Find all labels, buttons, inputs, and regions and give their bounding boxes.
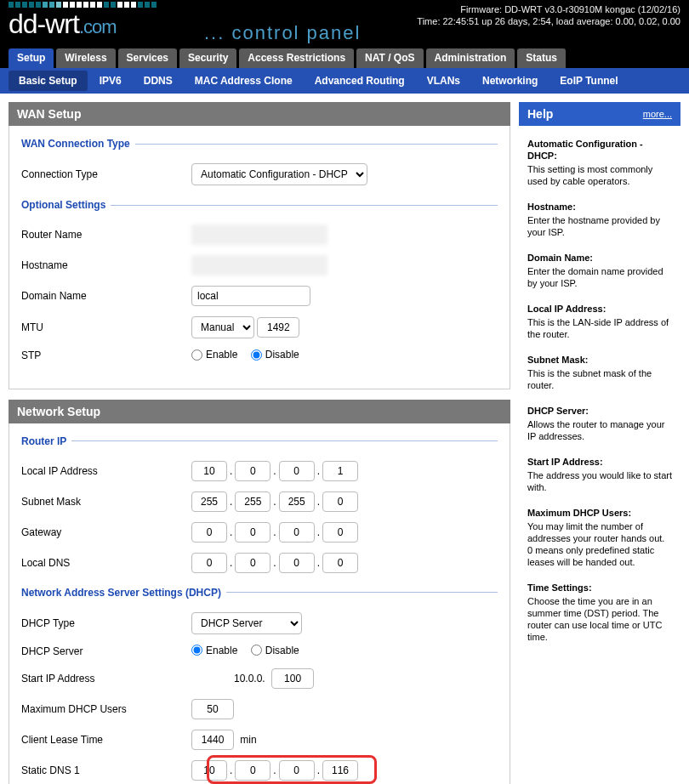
help-more-link[interactable]: more...	[643, 109, 672, 119]
start-ip-prefix: 10.0.0.	[234, 673, 265, 685]
main-tabs: SetupWirelessServicesSecurityAccess Rest…	[0, 48, 689, 68]
time-line: Time: 22:45:51 up 26 days, 2:54, load av…	[417, 15, 680, 27]
static-dns1-octet-1[interactable]	[191, 760, 227, 781]
local-ip-octet-1[interactable]	[191, 461, 227, 481]
tab-status[interactable]: Status	[517, 48, 566, 68]
local-dns-label: Local DNS	[21, 557, 191, 569]
dhcp-disable-radio[interactable]: Disable	[251, 645, 299, 656]
help-item: Maximum DHCP Users:You may limit the num…	[519, 502, 680, 577]
sub-tabs: Basic SetupIPV6DDNSMAC Address CloneAdva…	[0, 68, 689, 94]
hostname-value	[191, 255, 327, 276]
firmware-line: Firmware: DD-WRT v3.0-r30910M kongac (12…	[417, 3, 680, 15]
static-dns1-octet-3[interactable]	[279, 760, 315, 781]
page-header: dd-wrt.com ... control panel Firmware: D…	[0, 0, 689, 48]
help-item: Start IP Address:The address you would l…	[519, 451, 680, 502]
wan-conn-legend: WAN Connection Type	[21, 138, 135, 150]
header-status: Firmware: DD-WRT v3.0-r30910M kongac (12…	[417, 3, 680, 27]
local-ip-label: Local IP Address	[21, 465, 191, 477]
dhcp-type-select[interactable]: DHCP Server	[191, 612, 302, 634]
connection-type-label: Connection Type	[21, 168, 191, 180]
subnet-octet-4[interactable]	[322, 491, 358, 512]
router-ip-legend: Router IP	[21, 435, 71, 447]
help-item: Domain Name:Enter the domain name provid…	[519, 247, 680, 298]
network-setup-header: Network Setup	[9, 400, 510, 423]
subtab-advanced-routing[interactable]: Advanced Routing	[305, 71, 415, 91]
wan-setup-header: WAN Setup	[9, 102, 510, 126]
logo: dd-wrt.com	[9, 2, 157, 40]
static-dns1-octet-2[interactable]	[235, 760, 270, 781]
subtab-eoip-tunnel[interactable]: EoIP Tunnel	[549, 71, 628, 91]
subtab-ddns[interactable]: DDNS	[134, 71, 183, 91]
local-ip-octet-3[interactable]	[279, 461, 315, 481]
static-dns1-octet-4[interactable]	[322, 760, 358, 781]
start-ip-label: Start IP Address	[21, 673, 191, 685]
max-dhcp-label: Maximum DHCP Users	[21, 703, 191, 715]
local-dns-octet-4[interactable]	[322, 553, 358, 573]
help-item: Subnet Mask:This is the subnet mask of t…	[519, 349, 680, 400]
optional-legend: Optional Settings	[21, 199, 111, 211]
tab-wireless[interactable]: Wireless	[56, 48, 115, 68]
lease-time-label: Client Lease Time	[21, 734, 191, 746]
router-name-value	[191, 224, 327, 245]
tab-administration[interactable]: Administration	[426, 48, 515, 68]
stp-enable-radio[interactable]: Enable	[191, 349, 237, 361]
subtab-networking[interactable]: Networking	[472, 71, 548, 91]
domain-name-input[interactable]	[191, 286, 310, 306]
connection-type-select[interactable]: Automatic Configuration - DHCP	[191, 163, 367, 185]
subnet-label: Subnet Mask	[21, 496, 191, 508]
help-item: Local IP Address:This is the LAN-side IP…	[519, 298, 680, 349]
max-dhcp-input[interactable]	[191, 699, 234, 719]
help-item: DHCP Server:Allows the router to manage …	[519, 400, 680, 451]
tab-nat-qos[interactable]: NAT / QoS	[356, 48, 423, 68]
help-item: Automatic Configuration - DHCP:This sett…	[519, 133, 680, 196]
gateway-label: Gateway	[21, 526, 191, 538]
subtab-vlans[interactable]: VLANs	[417, 71, 470, 91]
local-ip-octet-4[interactable]	[322, 461, 358, 481]
mtu-value-input[interactable]	[257, 317, 299, 338]
subtab-ipv-[interactable]: IPV6	[89, 71, 132, 91]
subnet-octet-3[interactable]	[279, 491, 315, 512]
help-item: Hostname:Enter the hostname provided by …	[519, 196, 680, 247]
tab-access-restrictions[interactable]: Access Restrictions	[239, 48, 354, 68]
local-dns-octet-3[interactable]	[279, 553, 315, 573]
start-ip-input[interactable]	[271, 668, 314, 689]
mtu-mode-select[interactable]: Manual	[191, 316, 254, 338]
gateway-octet-3[interactable]	[279, 522, 315, 543]
control-panel-label: ... control panel	[204, 22, 361, 44]
static-dns1-label: Static DNS 1	[21, 764, 191, 776]
subnet-octet-1[interactable]	[191, 491, 227, 512]
dhcp-enable-radio[interactable]: Enable	[191, 645, 237, 656]
help-item: Time Settings:Choose the time you are in…	[519, 577, 680, 651]
local-ip-octet-2[interactable]	[235, 461, 270, 481]
help-header: Help more...	[519, 102, 680, 126]
dhcp-legend: Network Address Server Settings (DHCP)	[21, 587, 226, 599]
tab-setup[interactable]: Setup	[9, 48, 54, 68]
dhcp-type-label: DHCP Type	[21, 617, 191, 629]
local-dns-octet-1[interactable]	[191, 553, 227, 573]
gateway-octet-1[interactable]	[191, 522, 227, 543]
local-dns-octet-2[interactable]	[235, 553, 270, 573]
subnet-octet-2[interactable]	[235, 491, 270, 512]
hostname-label: Hostname	[21, 259, 191, 271]
subtab-basic-setup[interactable]: Basic Setup	[9, 71, 88, 91]
domain-name-label: Domain Name	[21, 290, 191, 302]
subtab-mac-address-clone[interactable]: MAC Address Clone	[185, 71, 303, 91]
gateway-octet-2[interactable]	[235, 522, 270, 543]
dhcp-server-label: DHCP Server	[21, 645, 191, 657]
mtu-label: MTU	[21, 321, 191, 333]
stp-disable-radio[interactable]: Disable	[251, 349, 299, 361]
tab-security[interactable]: Security	[179, 48, 236, 68]
lease-time-input[interactable]	[191, 730, 234, 750]
gateway-octet-4[interactable]	[322, 522, 358, 543]
lease-time-unit: min	[240, 734, 256, 746]
stp-label: STP	[21, 349, 191, 361]
router-name-label: Router Name	[21, 229, 191, 241]
tab-services[interactable]: Services	[118, 48, 177, 68]
